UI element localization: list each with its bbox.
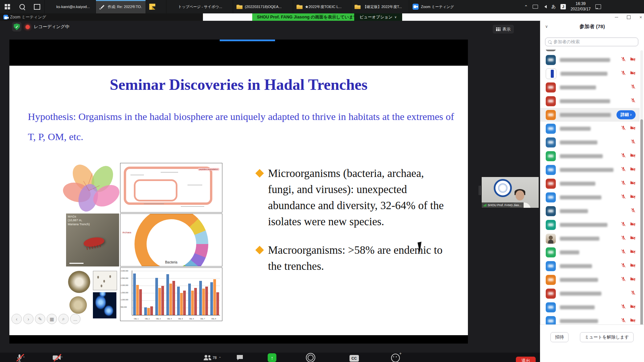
task-view-button[interactable]: [30, 0, 44, 13]
taskbar-app-sticky-2[interactable]: [146, 0, 166, 13]
participant-row[interactable]: [540, 190, 640, 204]
participant-row[interactable]: [540, 287, 640, 300]
zoom-tool-button[interactable]: ⌕: [58, 314, 69, 324]
participant-row[interactable]: [540, 232, 640, 245]
unmute-button[interactable]: ⌃ ミュート解除: [3, 353, 36, 362]
participant-row[interactable]: [540, 122, 640, 135]
participant-row[interactable]: [540, 177, 640, 190]
taskbar-app-firefox-3[interactable]: トップページ - サイボウ...: [166, 0, 233, 13]
detail-button[interactable]: 詳細 ›: [616, 110, 636, 119]
culture-microscopy-figure: [66, 267, 119, 321]
tray-chevron-icon[interactable]: ⌃: [524, 4, 528, 9]
taskbar-app-label: ★2022年度TOEIC L...: [305, 4, 341, 9]
participant-row[interactable]: [540, 80, 640, 94]
participant-row[interactable]: [540, 149, 640, 163]
notification-center-icon[interactable]: [595, 4, 601, 9]
prev-slide-button[interactable]: ‹: [11, 314, 22, 324]
zoom-titlebar: Zoom ミーティング: [0, 13, 203, 21]
minimize-button[interactable]: [615, 17, 618, 17]
more-options-button[interactable]: ...: [70, 314, 80, 324]
participant-row[interactable]: [540, 300, 640, 314]
participant-row[interactable]: [540, 218, 640, 232]
participant-status-icons: [621, 318, 636, 324]
video-options-chevron[interactable]: ⌃: [60, 356, 63, 360]
video-off-icon: [630, 235, 636, 242]
taskbar-search-button[interactable]: [15, 0, 30, 13]
pen-tool-button[interactable]: ✎: [35, 314, 45, 324]
participant-row[interactable]: [540, 163, 640, 177]
avatar: [546, 165, 556, 175]
taskbar-app-folder-6[interactable]: 【確定版】2022年度T...: [351, 0, 409, 13]
participant-row[interactable]: [540, 204, 640, 218]
participant-row[interactable]: 詳細 ›: [540, 108, 640, 122]
participant-row[interactable]: [540, 245, 640, 259]
next-slide-button[interactable]: ›: [23, 314, 34, 324]
participant-status-icons: [621, 153, 636, 159]
record-button[interactable]: レコーディング: [292, 353, 329, 362]
mic-options-chevron[interactable]: ⌃: [22, 356, 25, 360]
live-transcript-button[interactable]: CC ライブ文字起こし: [334, 353, 374, 362]
maximize-button[interactable]: [627, 15, 631, 19]
mic-muted-icon: [631, 84, 636, 90]
network-icon[interactable]: [533, 5, 538, 9]
participant-row[interactable]: [540, 50, 640, 53]
amphipod-shape: [83, 236, 105, 248]
chart-bar: [202, 289, 205, 315]
taskbar-app-pen-1[interactable]: 作成: Re: 2022年TO...: [96, 0, 146, 13]
folder-icon: [297, 4, 303, 10]
participants-chevron[interactable]: ⌃: [219, 356, 221, 360]
taskbar-app-thunderbird-0[interactable]: ks-kanri@o.kaiyod...: [44, 0, 96, 13]
video-panel-handle[interactable]: [479, 186, 481, 195]
participant-name-blurred: [560, 182, 595, 186]
avatar: [546, 192, 556, 202]
participants-button[interactable]: 78 ⌃ 参加者: [199, 353, 221, 362]
taskbar-app-label: ks-kanri@o.kaiyod...: [56, 5, 90, 9]
taskbar-apps: ks-kanri@o.kaiyod...作成: Re: 2022年TO...トッ…: [44, 0, 463, 13]
start-video-button[interactable]: ⌃ ビデオの開始: [41, 353, 73, 362]
video-off-icon: [630, 167, 636, 173]
participant-row[interactable]: [540, 53, 640, 67]
ime-mode-icon[interactable]: J: [560, 4, 566, 9]
taskbar-app-folder-4[interactable]: (2022031718)OQEA...: [233, 0, 293, 13]
taskbar-app-folder-5[interactable]: ★2022年度TOEIC L...: [293, 0, 351, 13]
share-screen-button[interactable]: ↑ 画面の共有: [258, 353, 286, 362]
chart-bar-group: [133, 274, 142, 315]
start-button[interactable]: [0, 0, 15, 13]
taskbar-app-zoom-7[interactable]: Zoom ミーティング: [409, 0, 463, 13]
participant-search-box[interactable]: 参加者の検索: [545, 38, 638, 46]
view-options-label: ビューオプション: [360, 14, 392, 20]
view-button[interactable]: 表示: [493, 25, 514, 34]
taskbar-app-label: トップページ - サイボウ...: [178, 4, 222, 9]
participant-row[interactable]: [540, 273, 640, 287]
phylogeny-ring: [135, 214, 208, 266]
close-button[interactable]: ×: [639, 15, 642, 19]
chart-plot-area: [132, 270, 220, 315]
leave-meeting-button[interactable]: 退出: [516, 357, 536, 362]
participant-status-icons: [621, 263, 636, 269]
participants-scrollbar-thumb[interactable]: [640, 119, 643, 339]
chart-bar: [136, 285, 139, 315]
participant-row[interactable]: [540, 94, 640, 108]
presenter-video-thumbnail[interactable]: SHOU Prof. FANG Jias...: [481, 177, 539, 208]
ime-kana-icon[interactable]: あ: [551, 4, 556, 10]
invite-button[interactable]: 招待: [550, 332, 569, 342]
participant-status-icons: [621, 180, 636, 187]
shared-screen: Seminar Discoveries in Hadal Trenches Hy…: [9, 40, 468, 344]
cc-icon: CC: [350, 355, 359, 362]
system-tray: ⌃ あ J 16:39 2022/03/17: [524, 0, 601, 13]
participant-row[interactable]: [540, 67, 640, 80]
chart-x-tick: OEL 5: [178, 318, 183, 320]
circular-phylogeny-figure: Archaea Bacteria: [120, 214, 222, 266]
unmute-all-button[interactable]: ミュートを解除します: [580, 332, 634, 342]
chat-button[interactable]: チャット: [227, 353, 252, 362]
reactions-button[interactable]: リアクション: [379, 353, 412, 362]
slide-sorter-button[interactable]: ▦: [47, 314, 57, 324]
video-off-icon: [630, 153, 636, 159]
taskbar-clock[interactable]: 16:39 2022/03/17: [571, 1, 591, 12]
chart-bar: [147, 308, 150, 315]
security-shield-tile[interactable]: ✓: [12, 22, 21, 32]
participant-row[interactable]: [540, 135, 640, 149]
participant-row[interactable]: [540, 259, 640, 273]
speaker-icon[interactable]: [543, 5, 547, 8]
view-options-button[interactable]: ビューオプション ∨: [354, 13, 402, 21]
